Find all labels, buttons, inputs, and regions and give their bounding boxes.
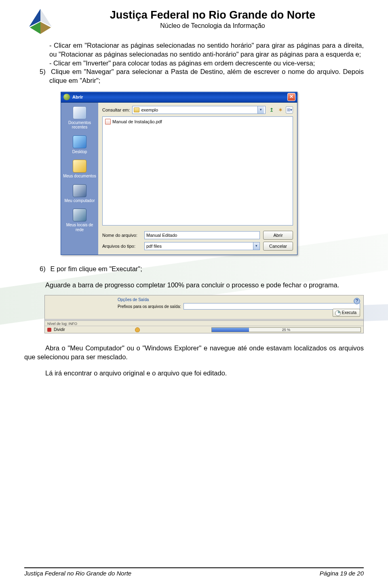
view-menu-button[interactable]: ⊞▾: [286, 106, 293, 114]
progress-paragraph: Aguarde a barra de progresso completar 1…: [24, 281, 364, 290]
page-subtitle: Núcleo de Tecnologia da Informação: [61, 22, 364, 30]
footer-right: Página 19 de 20: [320, 570, 364, 577]
lookin-combo[interactable]: exemplo ▾: [132, 106, 266, 114]
filename-input[interactable]: Manual Editado: [144, 231, 260, 239]
footer-left: Justiça Federal no Rio Grande do Norte: [24, 570, 131, 577]
page-header: Justiça Federal no Rio Grande do Norte N…: [24, 7, 364, 36]
my-computer-icon: [73, 184, 86, 197]
bell-icon: [135, 327, 140, 332]
place-mydocs[interactable]: Meus documentos: [63, 158, 97, 181]
step6-number: 6): [40, 265, 48, 274]
cancel-button[interactable]: Cancelar: [263, 242, 293, 251]
filename-label: Nome do arquivo:: [102, 233, 141, 238]
filetype-combo[interactable]: pdf files ▾: [144, 242, 260, 250]
new-folder-button[interactable]: ✶: [277, 106, 284, 114]
desktop-icon: [73, 135, 86, 148]
pdf-file-icon: [105, 119, 111, 124]
page-footer: Justiça Federal no Rio Grande do Norte P…: [24, 567, 364, 577]
close-button[interactable]: ✕: [287, 93, 295, 101]
logo-icon: [24, 7, 57, 36]
lookin-label: Consultar em:: [102, 107, 130, 112]
place-recent[interactable]: Documentos recentes: [63, 105, 97, 132]
chevron-down-icon[interactable]: ▾: [253, 242, 259, 250]
dialog-title: Abrir: [72, 95, 83, 99]
chevron-down-icon[interactable]: ▾: [257, 106, 264, 114]
place-network[interactable]: Meus locais de rede: [63, 207, 97, 234]
network-places-icon: [73, 209, 86, 221]
up-folder-button[interactable]: ↥: [268, 106, 275, 114]
file-list[interactable]: Manual de Instalação.pdf: [102, 116, 293, 226]
prefix-label: Prefixos para os arquivos de saída:: [118, 304, 181, 309]
task-icon: [47, 328, 51, 332]
folder-icon: [134, 107, 139, 112]
progress-bar: 25 %: [211, 327, 361, 332]
my-documents-icon: [73, 160, 86, 173]
lookin-value: exemplo: [141, 107, 256, 112]
progress-percent: 25 %: [282, 328, 291, 332]
page-title: Justiça Federal no Rio Grande do Norte: [61, 9, 364, 21]
dialog-titlebar: Abrir ✕: [61, 92, 297, 103]
open-button[interactable]: Abrir: [263, 231, 293, 240]
place-desktop[interactable]: Desktop: [63, 134, 97, 156]
bullet-invert: - Clicar em "Inverter" para colocar toda…: [24, 59, 364, 68]
list-item[interactable]: Manual de Instalação.pdf: [105, 118, 290, 125]
open-dialog: Abrir ✕ Documentos recentes Desktop Meus…: [61, 92, 297, 255]
execute-button[interactable]: Executa: [333, 309, 360, 317]
place-mycomputer[interactable]: Meu computador: [63, 183, 97, 205]
task-name: Dividir: [54, 327, 65, 332]
documents-recent-icon: [73, 106, 86, 119]
app-icon: [63, 94, 70, 100]
explorer-paragraph: Abra o "Meu Computador" ou o "Windows Ex…: [24, 344, 364, 362]
bullet-rotate: - Clicar em "Rotacionar as páginas selec…: [24, 41, 364, 59]
log-level-label: Nível de log: INFO: [45, 320, 363, 326]
step5-text: Clique em "Navegar" para selecionar a Pa…: [49, 68, 364, 84]
output-options-label: Opções de Saída: [118, 297, 360, 302]
places-bar: Documentos recentes Desktop Meus documen…: [61, 103, 98, 255]
execute-panel: Opções de Saída Prefixos para os arquivo…: [44, 295, 364, 333]
final-paragraph: Lá irá encontrar o arquivo original e o …: [24, 369, 364, 378]
step5-number: 5): [40, 67, 48, 76]
filetype-label: Arquivos do tipo:: [102, 244, 141, 249]
step6-text: E por fim clique em "Executar";: [51, 265, 142, 272]
